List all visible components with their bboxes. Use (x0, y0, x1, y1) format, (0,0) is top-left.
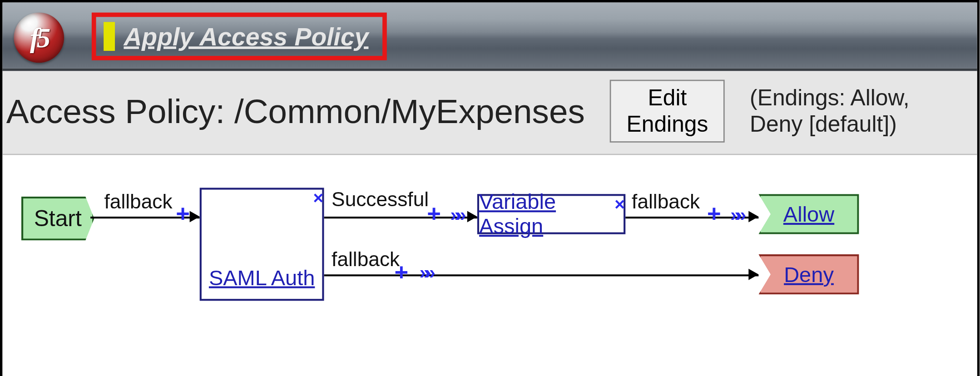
endings-note: (Endings: Allow, Deny [default]) (750, 85, 965, 138)
flow-start-node[interactable]: Start (21, 197, 94, 241)
flow-node-variable-assign[interactable]: × Variable Assign (477, 194, 625, 234)
swap-icon[interactable]: »» (420, 262, 431, 283)
arrowhead-icon (748, 269, 758, 280)
flow-ending-allow[interactable]: Allow (758, 194, 859, 234)
add-node-icon[interactable]: + (394, 259, 408, 286)
add-node-icon[interactable]: + (427, 200, 441, 227)
f5-logo-icon: f5 (14, 13, 64, 63)
flow-node-link[interactable]: Variable Assign (479, 190, 624, 239)
policy-flow-canvas: Start fallback Successful fallback fallb… (3, 155, 977, 376)
swap-icon[interactable]: »» (450, 204, 461, 225)
status-indicator-icon (104, 22, 115, 51)
flow-node-saml-auth[interactable]: × SAML Auth (200, 188, 324, 301)
branch-label: Successful (332, 188, 429, 211)
top-toolbar: f5 Apply Access Policy (3, 3, 977, 71)
flow-ending-deny[interactable]: Deny (758, 254, 859, 294)
branch-label: fallback (332, 248, 400, 271)
branch-label: fallback (104, 190, 173, 213)
flow-connector (320, 274, 758, 276)
arrowhead-icon (467, 211, 477, 223)
swap-icon[interactable]: »» (730, 204, 741, 225)
apply-access-policy-link[interactable]: Apply Access Policy (124, 22, 368, 50)
add-node-icon[interactable]: + (176, 200, 190, 227)
branch-label: fallback (632, 190, 700, 213)
page-title: Access Policy: /Common/MyExpenses (6, 92, 585, 131)
arrowhead-icon (748, 211, 758, 223)
close-icon[interactable]: × (313, 188, 324, 208)
apply-access-policy-highlight: Apply Access Policy (92, 13, 387, 60)
policy-subheader: Access Policy: /Common/MyExpenses Edit E… (3, 71, 977, 155)
add-node-icon[interactable]: + (707, 200, 721, 227)
edit-endings-button[interactable]: Edit Endings (610, 80, 725, 143)
close-icon[interactable]: × (614, 195, 625, 215)
flow-node-link[interactable]: SAML Auth (209, 266, 315, 290)
arrowhead-icon (190, 211, 200, 223)
